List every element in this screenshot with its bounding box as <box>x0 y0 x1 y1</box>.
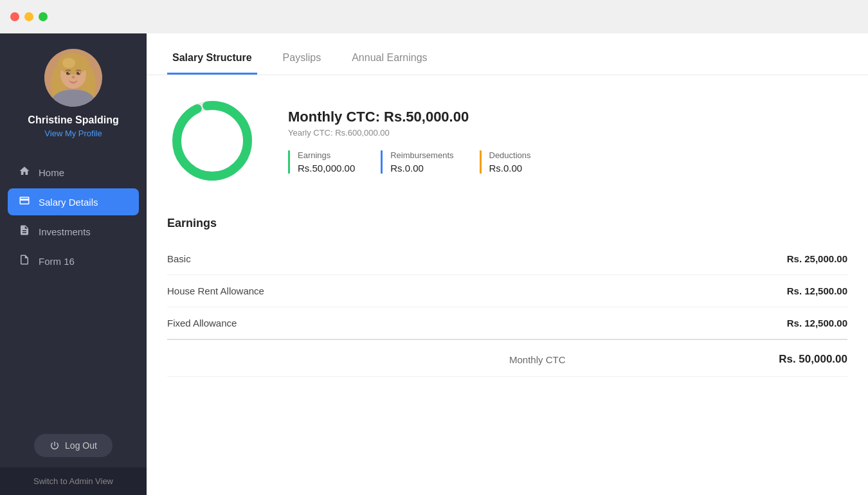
total-row: Monthly CTC Rs. 50,000.00 <box>167 339 847 377</box>
sidebar: Christine Spalding View My Profile Home … <box>0 33 147 495</box>
ctc-summary: Monthly CTC: Rs.50,000.00 Yearly CTC: Rs… <box>167 96 847 186</box>
earnings-value: Rs.50,000.00 <box>298 163 355 174</box>
tab-payslips[interactable]: Payslips <box>278 43 327 75</box>
yearly-ctc-label: Yearly CTC: Rs.600,000.00 <box>288 128 531 138</box>
switch-admin-button[interactable]: Switch to Admin View <box>0 467 147 495</box>
earnings-table: Basic Rs. 25,000.00 House Rent Allowance… <box>167 243 847 377</box>
fixed-allowance-label: Fixed Allowance <box>167 307 566 340</box>
svg-point-11 <box>79 72 80 73</box>
sidebar-bottom: Log Out Switch to Admin View <box>0 434 147 495</box>
monthly-ctc-total-value: Rs. 50,000.00 <box>566 339 847 377</box>
tabs-bar: Salary Structure Payslips Annual Earning… <box>147 33 868 75</box>
deductions-breakdown: Deductions Rs.0.00 <box>480 150 531 174</box>
donut-chart <box>167 96 257 186</box>
ctc-info: Monthly CTC: Rs.50,000.00 Yearly CTC: Rs… <box>288 109 531 174</box>
nav-items: Home Salary Details Investments Form 16 <box>0 159 147 274</box>
salary-structure-content: Monthly CTC: Rs.50,000.00 Yearly CTC: Rs… <box>147 75 868 495</box>
earnings-section: Earnings Basic Rs. 25,000.00 House Rent … <box>167 217 847 377</box>
logout-button[interactable]: Log Out <box>34 434 113 457</box>
basic-value: Rs. 25,000.00 <box>566 243 847 275</box>
form16-icon <box>18 254 31 268</box>
traffic-light-yellow[interactable] <box>24 12 33 21</box>
app-container: Christine Spalding View My Profile Home … <box>0 33 868 495</box>
svg-point-7 <box>62 58 75 68</box>
table-row: Fixed Allowance Rs. 12,500.00 <box>167 307 847 340</box>
view-profile-link[interactable]: View My Profile <box>44 129 102 138</box>
logout-label: Log Out <box>65 440 97 451</box>
sidebar-item-home[interactable]: Home <box>8 159 139 186</box>
investments-icon <box>18 224 31 239</box>
reimbursements-label: Reimbursements <box>390 150 453 160</box>
sidebar-item-investments-label: Investments <box>39 226 91 237</box>
earnings-label: Earnings <box>298 150 355 160</box>
monthly-ctc-label: Monthly CTC: Rs.50,000.00 <box>288 109 531 125</box>
sidebar-item-form16-label: Form 16 <box>39 256 75 267</box>
monthly-ctc-total-label: Monthly CTC <box>167 339 566 377</box>
home-icon <box>18 165 31 179</box>
reimbursements-value: Rs.0.00 <box>390 163 453 174</box>
deductions-value: Rs.0.00 <box>489 163 531 174</box>
user-name: Christine Spalding <box>28 114 118 126</box>
earnings-section-title: Earnings <box>167 217 847 230</box>
svg-point-10 <box>69 72 70 73</box>
hra-value: Rs. 12,500.00 <box>566 275 847 307</box>
basic-label: Basic <box>167 243 566 275</box>
svg-point-14 <box>177 105 248 176</box>
avatar <box>44 49 102 107</box>
sidebar-item-salary-details[interactable]: Salary Details <box>8 188 139 215</box>
sidebar-item-form16[interactable]: Form 16 <box>8 248 139 274</box>
svg-point-12 <box>72 76 75 78</box>
power-icon <box>50 440 60 451</box>
sidebar-item-salary-label: Salary Details <box>39 197 98 208</box>
earnings-breakdown: Earnings Rs.50,000.00 <box>288 150 355 174</box>
title-bar <box>0 0 868 33</box>
ctc-breakdown: Earnings Rs.50,000.00 Reimbursements Rs.… <box>288 150 531 174</box>
deductions-label: Deductions <box>489 150 531 160</box>
fixed-allowance-value: Rs. 12,500.00 <box>566 307 847 340</box>
main-content: Salary Structure Payslips Annual Earning… <box>147 33 868 495</box>
table-row: House Rent Allowance Rs. 12,500.00 <box>167 275 847 307</box>
tab-salary-structure[interactable]: Salary Structure <box>167 43 257 75</box>
sidebar-item-home-label: Home <box>39 167 64 178</box>
traffic-light-red[interactable] <box>10 12 19 21</box>
tab-annual-earnings[interactable]: Annual Earnings <box>347 43 432 75</box>
traffic-light-green[interactable] <box>39 12 48 21</box>
table-row: Basic Rs. 25,000.00 <box>167 243 847 275</box>
salary-icon <box>18 195 31 209</box>
sidebar-item-investments[interactable]: Investments <box>8 218 139 245</box>
reimbursements-breakdown: Reimbursements Rs.0.00 <box>381 150 453 174</box>
hra-label: House Rent Allowance <box>167 275 566 307</box>
